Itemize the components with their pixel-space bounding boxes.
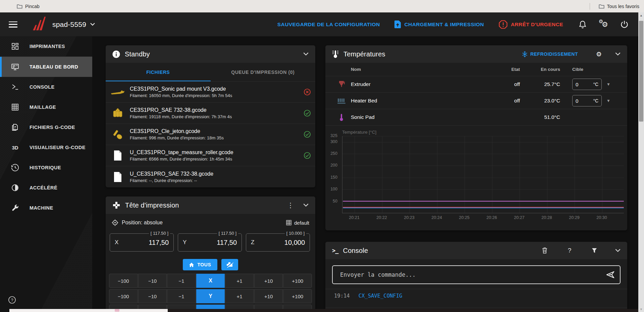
jog-x-minus-1[interactable]: −1: [167, 274, 196, 288]
page-scrollbar[interactable]: ▲ ▼: [638, 12, 644, 312]
files-icon: [11, 123, 19, 132]
chart-plot-area[interactable]: [342, 136, 624, 213]
taskbar-dark-strip: [168, 309, 638, 312]
settings-gears-icon[interactable]: ⚙ ⚙: [599, 20, 608, 29]
log-timestamp: 19:14: [334, 293, 350, 299]
temperatures-settings-gear-icon[interactable]: ⚙: [596, 50, 602, 58]
active-mesh-profile[interactable]: default: [286, 220, 309, 226]
sidebar-item-imprimantes[interactable]: IMPRIMANTES: [0, 36, 92, 56]
jog-y-minus-1[interactable]: −1: [167, 289, 196, 303]
help-icon[interactable]: ?: [8, 296, 16, 304]
bookmark-all-favorites[interactable]: Tous les favoris: [590, 3, 639, 10]
heater-bed-target-input[interactable]: [576, 98, 588, 104]
home-all-button[interactable]: TOUS: [183, 259, 217, 270]
jog-y-minus-10[interactable]: −10: [138, 289, 167, 303]
log-command[interactable]: CX_SAVE_CONFIG: [359, 293, 402, 299]
send-icon[interactable]: [606, 271, 614, 278]
notifications-bell-icon[interactable]: [579, 20, 587, 29]
extruder-icon: [332, 80, 351, 88]
axis-z-position-field[interactable]: [ 10.000 ] Z 10,000: [246, 233, 310, 252]
axis-x-position-field[interactable]: [ 117.50 ] X 117,50: [110, 233, 174, 252]
file-meta: Filament: --, Durée d'impression: --: [130, 178, 299, 183]
jog-x-plus-10[interactable]: +10: [254, 274, 283, 288]
3d-viewer-icon: 3D: [11, 143, 19, 152]
toolhead-menu-dots-icon[interactable]: ⋮: [287, 201, 294, 209]
mesh-grid-icon: [11, 103, 19, 112]
emergency-stop-button[interactable]: ARRÊT D'URGENCE: [499, 20, 563, 29]
console-help-icon[interactable]: ?: [566, 247, 574, 255]
jog-x-minus-100[interactable]: −100: [109, 274, 138, 288]
sidebar-item-machine[interactable]: MACHINE: [0, 198, 92, 218]
chart-gridline: [342, 189, 624, 190]
console-divider: [325, 308, 627, 308]
collapse-chevron-icon[interactable]: [615, 52, 621, 56]
cooldown-button[interactable]: REFROIDISSEMENT: [522, 51, 578, 57]
save-config-button[interactable]: SAUVEGARDE DE LA CONFIGURATION: [277, 21, 380, 28]
console-filter-icon[interactable]: [590, 247, 598, 255]
sidebar-item-tableau-de-bord[interactable]: TABLEAU DE BORD: [0, 57, 92, 77]
y-tick-label: 150: [325, 175, 337, 180]
file-row[interactable]: U_CE3S1PRO_tape_measure_roller.gcode Fil…: [106, 145, 315, 166]
extruder-target-dropdown-caret[interactable]: ▼: [606, 82, 610, 87]
sidebar-item-console[interactable]: CONSOLE: [0, 77, 92, 97]
x-tick-label: 20:25: [459, 215, 469, 220]
upload-print-button[interactable]: CHARGEMENT & IMPRESSION: [394, 20, 484, 28]
jog-x-minus-10[interactable]: −10: [138, 274, 167, 288]
jog-x-plus-100[interactable]: +100: [283, 274, 312, 288]
collapse-chevron-icon[interactable]: [303, 52, 309, 56]
file-row[interactable]: CE3S1PRO_Cle_jeton.gcode Filament: 996 m…: [106, 124, 315, 145]
home-icon: [189, 262, 194, 267]
folder-icon: [599, 4, 604, 9]
home-x-button[interactable]: X: [196, 274, 225, 288]
bookmarks-divider: [590, 3, 590, 10]
sidebar-item-accelere[interactable]: ACCÉLÉRÉ: [0, 178, 92, 198]
svg-text:?: ?: [11, 298, 13, 303]
x-tick-label: 20:21: [349, 215, 359, 220]
position-mode-label: Position: absolue: [122, 220, 163, 226]
file-status-icon: [299, 131, 315, 138]
y-tick-label: 300: [325, 139, 337, 144]
file-meta: Filament: 6566 mm, Durée d'impression: 1…: [130, 157, 299, 162]
position-target-icon: [112, 219, 118, 226]
heater-bed-target-dropdown-caret[interactable]: ▼: [606, 98, 610, 103]
heater-bed-target-input-box[interactable]: °C: [572, 95, 602, 106]
snowflake-icon: [522, 51, 528, 57]
sidebar-item-fichiers-gcode[interactable]: FICHIERS G-CODE: [0, 117, 92, 137]
jog-y-plus-10[interactable]: +10: [254, 289, 283, 303]
jog-y-minus-100[interactable]: −100: [109, 289, 138, 303]
motors-off-button[interactable]: [221, 259, 238, 270]
jog-y-plus-100[interactable]: +100: [283, 289, 312, 303]
scrollbar-up-arrow[interactable]: ▲: [638, 12, 644, 18]
file-row[interactable]: CE3S1PRO_SAE 732-38.gcode Filament: 1911…: [106, 103, 315, 124]
file-row[interactable]: CE3S1PRO_Sonic pad mount V3.gcode Filame…: [106, 82, 315, 103]
file-row[interactable]: U_CE3S1PRO_SAE 732-38.gcode Filament: --…: [106, 166, 315, 187]
heater-state: off: [490, 81, 520, 87]
home-y-button[interactable]: Y: [196, 289, 225, 303]
jog-y-plus-1[interactable]: +1: [225, 289, 254, 303]
jog-x-plus-1[interactable]: +1: [225, 274, 254, 288]
console-command-input[interactable]: [340, 271, 606, 278]
menu-hamburger-icon[interactable]: [9, 21, 17, 28]
scrollbar-thumb[interactable]: [639, 21, 643, 122]
tab-queue-impression[interactable]: QUEUE D'IMPRESSION (0): [211, 63, 316, 81]
printer-select-chevron-icon[interactable]: [90, 23, 95, 26]
axis-y-position-field[interactable]: [ 117.50 ] Y 117,50: [178, 233, 242, 252]
status-card: Standby FICHIERS QUEUE D'IMPRESSION (0) …: [106, 45, 315, 187]
bookmark-folder-pincab[interactable]: Pincab: [17, 4, 40, 9]
temperature-chart: Température [°C] 50100150200250300325 20…: [325, 126, 627, 230]
extruder-target-input[interactable]: [576, 82, 588, 87]
col-en-cours: En cours: [520, 67, 560, 72]
power-icon[interactable]: [620, 20, 628, 29]
tab-fichiers[interactable]: FICHIERS: [106, 63, 211, 81]
file-document-icon: [106, 150, 130, 161]
collapse-chevron-icon[interactable]: [303, 204, 309, 207]
sidebar-item-maillage[interactable]: MAILLAGE: [0, 97, 92, 117]
sidebar-item-visualiseur-gcode[interactable]: 3D VISUALISEUR G-CODE: [0, 137, 92, 158]
extruder-target-input-box[interactable]: °C: [572, 79, 602, 90]
console-trash-icon[interactable]: [541, 247, 549, 255]
scrollbar-down-arrow[interactable]: ▼: [638, 306, 644, 312]
x-tick-label: 20:30: [596, 215, 607, 220]
sidebar-item-historique[interactable]: HISTORIQUE: [0, 158, 92, 178]
taskbar-window-strip: [9, 309, 168, 312]
collapse-chevron-icon[interactable]: [615, 249, 621, 252]
